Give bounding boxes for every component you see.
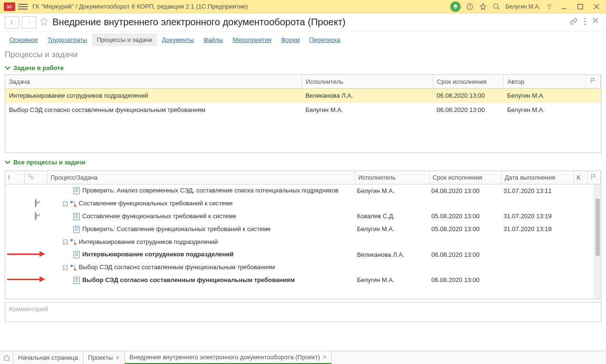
col-executor[interactable]: Исполнитель: [302, 75, 433, 89]
svg-point-4: [585, 21, 586, 22]
document-icon: [73, 213, 80, 220]
bottom-tab-projects[interactable]: Проекты ×: [83, 351, 125, 364]
process-row[interactable]: Интервьюирование сотрудников подразделен…: [5, 248, 601, 261]
group-tasks-in-work-header[interactable]: Задачи в работе: [0, 63, 606, 74]
close-tab-icon[interactable]: ×: [323, 354, 326, 361]
col-process[interactable]: Процесс/Задача: [48, 171, 355, 184]
due-cell: 06.08.2020 13:00: [433, 103, 504, 117]
process-icon: [70, 264, 77, 271]
col-status[interactable]: [24, 171, 48, 184]
process-row[interactable]: Выбор СЭД согласно составленным функцион…: [5, 273, 601, 286]
comment-input[interactable]: Комментарий: [5, 302, 601, 322]
col-flag2[interactable]: [587, 171, 600, 184]
due-cell: 04.08.2020 13:00: [429, 184, 501, 197]
tree-collapse-icon[interactable]: [63, 240, 68, 244]
executor-cell: [355, 261, 429, 274]
settings-lines-icon[interactable]: [545, 2, 554, 11]
bottom-tab-current[interactable]: Внедрение внутреннего электронного докум…: [125, 351, 332, 364]
close-window-button[interactable]: [591, 2, 602, 11]
col-k[interactable]: К: [574, 171, 587, 184]
svg-rect-8: [71, 201, 72, 203]
red-arrow-icon: [7, 251, 45, 257]
menu-hamburger-icon[interactable]: [18, 2, 28, 11]
executor-cell: Белугин М.А.: [355, 184, 429, 197]
due-cell: 06.08.2020 13:00: [429, 273, 501, 286]
svg-point-5: [585, 24, 586, 25]
tab-files[interactable]: Файлы: [199, 33, 228, 46]
author-cell: Белугин М.А.: [503, 103, 586, 117]
tabs: Основное Трудозатраты Процессы и задачи …: [0, 31, 606, 50]
btab-label: Начальная страница: [18, 354, 78, 361]
task-row[interactable]: Выбор СЭД согласно составленным функцион…: [5, 103, 601, 117]
process-text: Проверить: Анализ современных СЭД, соста…: [82, 187, 339, 194]
due-cell: 06.08.2020 13:00: [429, 248, 501, 261]
process-text: Составление функциональных требований к …: [79, 200, 232, 207]
favorite-page-star-icon[interactable]: [39, 17, 50, 28]
nav-forward-button[interactable]: [22, 16, 36, 29]
col-executor2[interactable]: Исполнитель: [355, 171, 429, 184]
executor-cell: Белугин М.А.: [355, 273, 429, 286]
tree-collapse-icon[interactable]: [63, 202, 68, 206]
tab-main[interactable]: Основное: [5, 33, 43, 46]
due-cell: [429, 197, 501, 210]
tasks-table: Задача Исполнитель Срок исполнения Автор…: [5, 74, 601, 153]
maximize-button[interactable]: [575, 2, 586, 11]
col-important[interactable]: !: [5, 171, 24, 184]
process-text: Выбор СЭД согласно составленным функцион…: [79, 263, 275, 271]
col-due2[interactable]: Срок исполнения: [429, 171, 501, 184]
col-task[interactable]: Задача: [5, 75, 302, 89]
minimize-button[interactable]: [558, 2, 570, 11]
tab-documents[interactable]: Документы: [157, 33, 199, 46]
col-flag[interactable]: [586, 75, 601, 89]
process-row[interactable]: Проверить: Составление функциональных тр…: [5, 222, 601, 235]
task-row[interactable]: Интервьюирование сотрудников подразделен…: [5, 89, 601, 103]
done-cell: [502, 261, 574, 274]
process-row[interactable]: Составление функциональных требований к …: [5, 210, 601, 222]
executor-cell: Ковалев С.Д.: [355, 210, 429, 222]
col-due[interactable]: Срок исполнения: [433, 75, 504, 89]
close-tab-icon[interactable]: ×: [116, 354, 120, 361]
tab-forum[interactable]: Форум: [276, 33, 305, 46]
document-icon: [73, 251, 80, 258]
due-cell: 05.08.2020 13:00: [429, 222, 501, 235]
svg-point-6: [28, 174, 30, 177]
col-done[interactable]: Дата выполнения: [502, 171, 574, 184]
logo-1c: 1C: [4, 2, 15, 11]
close-page-button[interactable]: [593, 18, 598, 27]
home-tab-icon[interactable]: [0, 351, 13, 364]
process-row[interactable]: Составление функциональных требований к …: [5, 197, 601, 210]
tab-processes[interactable]: Процессы и задачи: [92, 33, 157, 46]
due-cell: [429, 261, 501, 274]
window-title: ГК "Меркурий" / Документооборот 8 КОРП, …: [32, 3, 450, 10]
process-row[interactable]: Проверить: Анализ современных СЭД, соста…: [5, 184, 601, 197]
col-author[interactable]: Автор: [503, 75, 586, 89]
done-cell: [502, 273, 574, 286]
process-row[interactable]: Выбор СЭД согласно составленным функцион…: [5, 261, 601, 274]
group-all-processes-header[interactable]: Все процессы и задачи: [0, 158, 606, 169]
nav-back-button[interactable]: [5, 16, 19, 29]
search-icon[interactable]: [492, 2, 501, 11]
tab-events[interactable]: Мероприятия: [228, 33, 276, 46]
kebab-menu-icon[interactable]: [584, 18, 586, 27]
process-row[interactable]: Интервьюирование сотрудников подразделен…: [5, 235, 601, 248]
vertical-scrollbar[interactable]: [594, 184, 601, 299]
link-icon[interactable]: [570, 18, 577, 27]
done-cell: 31.07.2020 13:19: [502, 210, 574, 222]
favorite-star-icon[interactable]: [479, 2, 487, 11]
tab-correspondence[interactable]: Переписка: [304, 33, 345, 46]
current-user-label[interactable]: Белугин М.А.: [505, 3, 540, 10]
bottom-tab-start[interactable]: Начальная страница: [13, 351, 83, 364]
btab-label: Проекты: [88, 354, 113, 361]
navrow: Внедрение внутреннего электронного докум…: [0, 13, 606, 31]
notifications-bell-icon[interactable]: [450, 1, 461, 12]
executor-cell: Великанова Л.А.: [355, 248, 429, 261]
group-all-label: Все процессы и задачи: [13, 159, 85, 166]
status-pending-icon: [35, 199, 37, 208]
tab-labor[interactable]: Трудозатраты: [43, 33, 92, 46]
history-icon[interactable]: [465, 2, 474, 11]
processes-table: ! Процесс/Задача Исполнитель Срок исполн…: [5, 171, 601, 299]
due-cell: 06.08.2020 13:00: [433, 89, 504, 103]
tree-collapse-icon[interactable]: [63, 265, 68, 270]
executor-cell: [355, 197, 429, 210]
executor-cell: Белугин М.А.: [302, 103, 433, 117]
